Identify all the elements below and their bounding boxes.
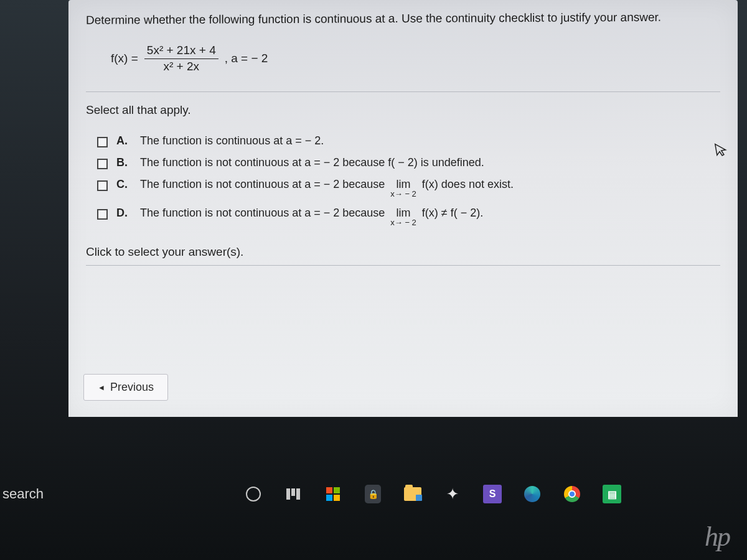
question-panel: Determine whether the following function… [68, 0, 738, 417]
cursor-icon [713, 141, 729, 162]
app-tile-icon[interactable]: S [482, 483, 503, 505]
file-explorer-icon[interactable] [402, 483, 423, 505]
formula-numerator: 5x² + 21x + 4 [144, 44, 218, 59]
checkbox-c[interactable] [97, 180, 108, 191]
hp-logo: hp [705, 521, 730, 553]
formula-lhs: f(x) = [111, 52, 138, 65]
dropbox-icon[interactable]: ✦ [442, 483, 463, 505]
option-letter: D. [116, 207, 131, 220]
divider [86, 265, 720, 266]
option-text: The function is not continuous at a = − … [140, 207, 483, 226]
option-b[interactable]: B. The function is not continuous at a =… [97, 156, 720, 169]
option-letter: C. [116, 178, 131, 191]
formula-a-value: , a = − 2 [225, 52, 268, 65]
app-tile-green-icon[interactable]: ▤ [601, 483, 622, 505]
option-d[interactable]: D. The function is not continuous at a =… [97, 207, 720, 226]
option-letter: A. [116, 134, 131, 147]
option-text: The function is not continuous at a = − … [140, 156, 484, 169]
option-text: The function is continuous at a = − 2. [140, 134, 324, 147]
option-text: The function is not continuous at a = − … [140, 178, 514, 198]
click-to-select-label: Click to select your answer(s). [86, 245, 720, 259]
formula-fraction: 5x² + 21x + 4 x² + 2x [144, 44, 218, 73]
select-all-label: Select all that apply. [86, 103, 720, 117]
function-formula: f(x) = 5x² + 21x + 4 x² + 2x , a = − 2 [86, 44, 720, 73]
chevron-left-icon: ◄ [98, 383, 105, 392]
option-c[interactable]: C. The function is not continuous at a =… [97, 178, 720, 198]
previous-button-label: Previous [110, 381, 154, 394]
options-list: A. The function is continuous at a = − 2… [86, 134, 720, 226]
task-view-icon[interactable] [283, 483, 304, 505]
divider [86, 91, 720, 92]
windows-taskbar: search 🔒 ✦ S ▤ [0, 477, 747, 511]
chrome-browser-icon[interactable] [561, 483, 583, 505]
limit-notation: lim x→ − 2 [390, 179, 416, 198]
edge-browser-icon[interactable] [522, 483, 543, 505]
checkbox-a[interactable] [97, 137, 108, 147]
checkbox-b[interactable] [97, 159, 108, 169]
limit-notation: lim x→ − 2 [390, 207, 416, 226]
previous-button[interactable]: ◄ Previous [83, 374, 168, 401]
cortana-icon[interactable] [243, 483, 264, 505]
search-label[interactable]: search [2, 486, 44, 502]
option-a[interactable]: A. The function is continuous at a = − 2… [97, 134, 720, 147]
question-prompt: Determine whether the following function… [86, 9, 720, 28]
option-letter: B. [116, 156, 131, 169]
security-app-icon[interactable]: 🔒 [362, 483, 383, 505]
checkbox-d[interactable] [97, 209, 108, 220]
formula-denominator: x² + 2x [161, 59, 202, 73]
microsoft-store-icon[interactable] [322, 483, 344, 505]
